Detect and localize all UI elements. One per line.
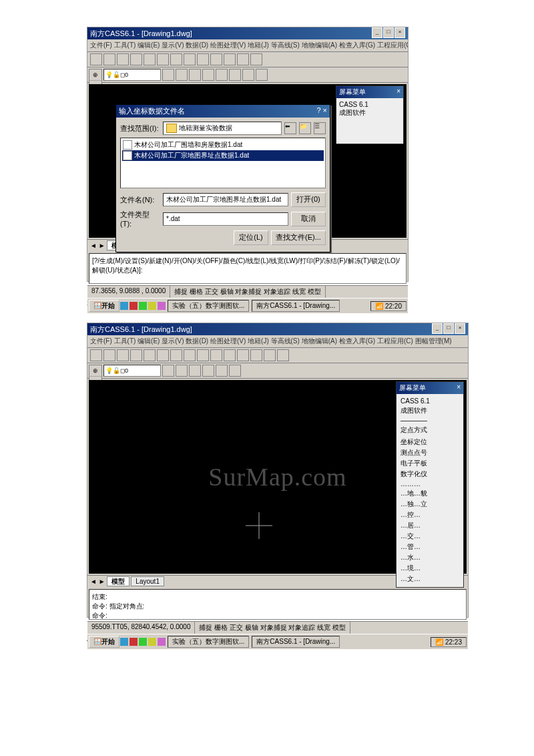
panel-item[interactable]: …地…貌 [399, 488, 461, 499]
drawing-canvas[interactable]: SurMap.com 屏幕菜单 × CASS 6.1 成图软件 ———— 定点方… [89, 380, 467, 574]
command-area[interactable]: 结束: 命令: 指定对角点: 命令: [89, 589, 467, 620]
filetype-dropdown[interactable]: *.dat [163, 212, 288, 226]
close-button[interactable]: × [455, 323, 465, 334]
tool-button[interactable] [197, 349, 209, 361]
tool-button[interactable] [184, 349, 196, 361]
tray-icon[interactable] [139, 302, 147, 310]
tool-button[interactable] [130, 53, 142, 65]
tool-button[interactable] [210, 53, 222, 65]
tool-button[interactable] [157, 349, 169, 361]
tool-button[interactable] [216, 69, 228, 81]
panel-item[interactable]: CASS 6.1 [399, 397, 461, 405]
tab-model[interactable]: 模型 [107, 576, 129, 586]
layer-dropdown[interactable]: 💡🔓◻ 0 [103, 69, 161, 81]
tool-button[interactable] [157, 53, 169, 65]
minimize-button[interactable]: _ [372, 27, 382, 38]
panel-item[interactable]: 成图软件 [399, 405, 461, 416]
panel-item[interactable]: …境… [399, 563, 461, 574]
tool-button[interactable] [130, 349, 142, 361]
status-modes[interactable]: 捕捉 栅格 正交 极轴 对象捕捉 对象追踪 线宽 模型 [195, 622, 350, 634]
tool-button[interactable] [210, 349, 222, 361]
tool-button[interactable] [229, 69, 241, 81]
tool-button[interactable] [90, 53, 102, 65]
tool-button[interactable] [90, 349, 102, 361]
newfolder-icon[interactable]: 📁 [299, 122, 311, 134]
taskbar-item[interactable]: 实验（五）数字测图软... [168, 636, 249, 648]
start-button[interactable]: 🪟开始 [89, 300, 119, 312]
locate-button[interactable]: 定位(L) [234, 230, 268, 245]
status-modes[interactable]: 捕捉 栅格 正交 极轴 对象捕捉 对象追踪 线宽 模型 [170, 286, 325, 298]
tool-button[interactable] [170, 349, 182, 361]
tool-button[interactable] [170, 53, 182, 65]
menu-bar[interactable]: 文件(F) 工具(T) 编辑(E) 显示(V) 数据(D) 绘图处理(V) 地籍… [87, 39, 408, 52]
tool-button[interactable] [103, 349, 115, 361]
tray-icon[interactable] [148, 302, 156, 310]
maximize-button[interactable]: □ [443, 323, 454, 334]
up-icon[interactable]: ⬅ [284, 122, 296, 134]
layer-dropdown[interactable]: 💡🔓◻ 0 [103, 365, 161, 377]
file-item[interactable]: 木材公司加工厂围墙和房屋数据1.dat [122, 140, 324, 150]
tray-icon[interactable] [148, 638, 156, 646]
tool-button[interactable] [224, 349, 236, 361]
tool-button[interactable] [162, 69, 174, 81]
taskbar-item[interactable]: 南方CASS6.1 - [Drawing... [252, 636, 340, 648]
panel-close-icon[interactable]: × [457, 383, 461, 393]
tool-button[interactable] [237, 53, 249, 65]
tray-icon[interactable] [129, 302, 138, 310]
panel-item[interactable]: …控… [399, 510, 461, 520]
command-area[interactable]: [?/生成(M)/设置(S)/新建(N)/开(ON)/关(OFF)/颜色(C)/… [89, 253, 407, 284]
tool-button[interactable] [176, 365, 188, 377]
lookin-dropdown[interactable]: 地籍测量实验数据 [163, 122, 282, 135]
tray-icon[interactable] [120, 302, 128, 310]
tool-button[interactable] [197, 53, 209, 65]
tray-icon[interactable] [158, 302, 166, 310]
panel-item[interactable]: 坐标定位 [399, 437, 461, 447]
tab-layout1[interactable]: Layout1 [131, 576, 164, 586]
tool-button[interactable] [216, 365, 228, 377]
tray-icon[interactable] [120, 638, 128, 646]
panel-item[interactable]: 数字化仪 [399, 469, 461, 480]
tool-button[interactable] [144, 349, 156, 361]
panel-item[interactable]: …居… [399, 520, 461, 531]
start-button[interactable]: 🪟开始 [89, 636, 119, 648]
tool[interactable]: ⊕ [89, 69, 101, 81]
panel-item[interactable]: 电子平板 [399, 458, 461, 469]
panel-item[interactable]: …独…立 [399, 499, 461, 510]
taskbar-item[interactable]: 南方CASS6.1 - [Drawing... [252, 300, 340, 312]
drawing-canvas[interactable]: 屏幕菜单 × CASS 6.1 成图软件 输入坐标数据文件名 ? × 查找范围(… [89, 84, 407, 238]
close-button[interactable]: × [394, 27, 405, 38]
tool-button[interactable] [189, 365, 201, 377]
tool-button[interactable] [144, 53, 156, 65]
panel-item[interactable]: …文… [399, 574, 461, 584]
cancel-button[interactable]: 取消 [291, 212, 326, 226]
tool-button[interactable] [242, 69, 254, 81]
tool-button[interactable] [202, 365, 214, 377]
panel-item[interactable]: …交… [399, 531, 461, 542]
tool-button[interactable] [264, 349, 276, 361]
tool-button[interactable] [256, 69, 268, 81]
tool-button[interactable] [189, 69, 201, 81]
tool-button[interactable] [224, 53, 236, 65]
maximize-button[interactable]: □ [383, 27, 394, 38]
tool-button[interactable] [103, 53, 115, 65]
view-icon[interactable]: ☰ [314, 122, 326, 134]
panel-close-icon[interactable]: × [396, 87, 400, 97]
tool-button[interactable] [229, 365, 241, 377]
panel-item[interactable]: 定点方式 [399, 425, 461, 435]
panel-item[interactable]: …管… [399, 542, 461, 552]
taskbar-item[interactable]: 实验（五）数字测图软... [168, 300, 249, 312]
panel-item[interactable]: 测点点号 [399, 447, 461, 458]
tool[interactable]: ⊕ [89, 365, 101, 377]
panel-item[interactable]: …水… [399, 552, 461, 563]
tool-button[interactable] [162, 365, 174, 377]
tool-button[interactable] [237, 349, 249, 361]
findfile-button[interactable]: 查找文件(E)... [271, 230, 326, 245]
tray-icon[interactable] [129, 638, 138, 646]
tool-button[interactable] [117, 349, 129, 361]
filename-input[interactable]: 木材公司加工厂宗地图界址点数据1.dat [163, 193, 288, 206]
tool-button[interactable] [202, 69, 214, 81]
tool-button[interactable] [176, 69, 188, 81]
tool-button[interactable] [117, 53, 129, 65]
tray-icon[interactable] [139, 638, 147, 646]
minimize-button[interactable]: _ [432, 323, 443, 334]
